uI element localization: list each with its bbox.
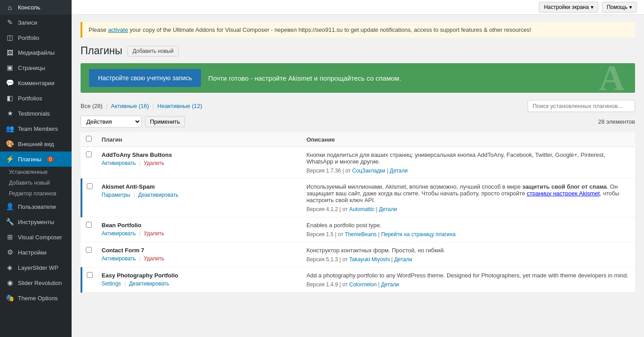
apply-button[interactable]: Применить	[145, 116, 185, 127]
select-all-checkbox[interactable]	[86, 136, 92, 142]
plugin-info-cell: Contact Form 7 Активировать | Удалить	[97, 242, 302, 268]
add-new-button[interactable]: Добавить новый	[128, 46, 178, 56]
plugins-icon: ⚡	[5, 155, 14, 163]
plugin-author-link[interactable]: Automattic	[349, 206, 375, 212]
plugin-action-delete[interactable]: Удалить	[144, 230, 164, 237]
appearance-icon: 🎨	[5, 140, 14, 148]
plugin-detail-link[interactable]: Детали	[379, 206, 397, 212]
screen-settings-button[interactable]: Настройки экрана ▾	[539, 2, 598, 13]
plugins-list: AddToAny Share Buttons Активировать | Уд…	[81, 147, 635, 293]
plugin-checkbox[interactable]	[87, 183, 93, 189]
sidebar-item-label: Slider Revolution	[18, 280, 62, 286]
akismet-promo-text: Почти готово - настройте Akismet и попро…	[208, 70, 634, 86]
table-row: Easy Photography Portfolio Settings | Де…	[81, 268, 635, 293]
sidebar-item-label: Инструменты	[18, 219, 54, 225]
bulk-actions-select[interactable]: Действия АктивироватьДеактивироватьОбнов…	[81, 116, 141, 128]
sidebar-item-pages[interactable]: ▣Страницы	[0, 60, 72, 75]
plugin-checkbox-cell	[81, 179, 97, 217]
help-button[interactable]: Помощь ▾	[602, 2, 637, 13]
plugin-checkbox[interactable]	[87, 272, 93, 278]
plugin-action-deactivate[interactable]: Деактивировать	[138, 192, 179, 198]
sidebar-item-label: Team Members	[18, 125, 58, 132]
sidebar-item-tools[interactable]: 🔧Инструменты	[0, 214, 72, 229]
sidebar-item-label: Portfolios	[18, 95, 42, 102]
plugin-info-cell: Akismet Anti-Spam Параметры | Деактивиро…	[97, 179, 302, 217]
screen-settings-label: Настройки экрана	[544, 4, 589, 10]
plugin-detail-link[interactable]: Детали	[381, 281, 399, 288]
plugin-author-link[interactable]: Takayuki Miyoshi	[349, 256, 390, 263]
sidebar-item-team[interactable]: 👥Team Members	[0, 121, 72, 136]
actions-left: Действия АктивироватьДеактивироватьОбнов…	[81, 116, 185, 128]
sidebar-item-slider-rev[interactable]: ◉Slider Revolution	[0, 275, 72, 290]
sidebar-item-label: Страницы	[18, 65, 45, 71]
plugin-actions: Активировать | Удалить	[102, 255, 298, 262]
table-row: AddToAny Share Buttons Активировать | Уд…	[81, 147, 635, 179]
akismet-setup-button[interactable]: Настройте свою учетную запись	[89, 69, 201, 87]
sidebar-item-media[interactable]: 🖼Медиафайлы	[0, 45, 72, 60]
sidebar-item-testimonials[interactable]: ★Testimonials	[0, 106, 72, 121]
page-title-row: Плагины Добавить новый	[81, 45, 635, 57]
chevron-down-icon: ▾	[591, 4, 593, 10]
sidebar-item-plugins[interactable]: ⚡Плагины0	[0, 151, 72, 167]
sidebar-item-label: Portfolio	[18, 35, 39, 41]
plugin-action-activate[interactable]: Активировать	[102, 255, 136, 262]
filter-links: Все (28) | Активные (16) | Неактивные (1…	[81, 103, 202, 109]
plugin-detail-link[interactable]: Перейти на страницу плагина	[381, 231, 455, 238]
plugin-action-settings[interactable]: Settings	[102, 281, 121, 287]
plugin-action-activate[interactable]: Активировать	[102, 160, 136, 166]
plugin-search-input[interactable]	[528, 100, 635, 112]
sidebar-item-portfolio[interactable]: ◫Portfolio	[0, 30, 72, 45]
filter-inactive-link[interactable]: Неактивные (12)	[158, 103, 202, 109]
sidebar-item-comments[interactable]: 💬Комментарии	[0, 75, 72, 91]
plugin-checkbox[interactable]	[86, 151, 92, 157]
plugin-name: Contact Form 7	[102, 247, 298, 254]
plugin-actions: Активировать | Удалить	[102, 160, 298, 166]
sidebar-item-users[interactable]: 👤Пользователи	[0, 199, 72, 214]
sidebar-item-appearance[interactable]: 🎨Внешний вид	[0, 136, 72, 151]
records-icon: ✎	[5, 18, 14, 26]
plugin-meta: Версия 1.4.9 | от Colormelon | Детали	[307, 281, 631, 288]
items-count: 28 элементов	[598, 118, 635, 125]
plugin-author-link[interactable]: СоцЗакладки	[352, 168, 385, 174]
sidebar-sub-installed[interactable]: Установленные	[0, 167, 72, 177]
notice-activate-link[interactable]: activate	[108, 26, 128, 33]
sidebar-sub-editor[interactable]: Редактор плагинов	[0, 188, 72, 199]
filter-all[interactable]: Все (28)	[81, 103, 102, 109]
plugin-detail-link[interactable]: Детали	[390, 168, 408, 174]
sidebar-item-label: Theme Options	[18, 295, 58, 302]
plugin-checkbox[interactable]	[86, 247, 92, 253]
plugin-desc-cell: Add a photography portfolio to any WordP…	[302, 268, 635, 293]
sidebar-item-records[interactable]: ✎Записи	[0, 15, 72, 30]
plugin-action-settings[interactable]: Параметры	[102, 192, 130, 198]
plugin-author-link[interactable]: Colormelon	[349, 281, 376, 288]
plugin-name: Bean Portfolio	[102, 222, 298, 229]
table-row: Bean Portfolio Активировать | Удалить En…	[81, 217, 635, 242]
sidebar-item-visual-composer[interactable]: ⊞Visual Composer	[0, 229, 72, 245]
plugin-checkbox[interactable]	[86, 222, 92, 228]
plugin-author-link[interactable]: ThemeBeans	[345, 231, 376, 238]
plugin-action-delete[interactable]: Удалить	[144, 255, 164, 262]
sidebar-item-console[interactable]: ⌂Консоль	[0, 0, 72, 15]
sidebar-item-settings[interactable]: ⚙Настройки	[0, 245, 72, 260]
slider-rev-icon: ◉	[5, 279, 14, 287]
plugin-detail-link[interactable]: Детали	[394, 256, 412, 263]
plugin-name: Akismet Anti-Spam	[102, 183, 298, 190]
table-header-plugin: Плагин	[97, 132, 302, 147]
table-header: Плагин Описание	[81, 132, 635, 147]
akismet-settings-link[interactable]: страницу настроек Akismet	[527, 190, 600, 197]
filter-row: Все (28) | Активные (16) | Неактивные (1…	[81, 100, 635, 112]
users-icon: 👤	[5, 203, 14, 211]
plugin-action-delete[interactable]: Удалить	[144, 160, 164, 166]
plugin-desc-cell: Enables a portfolio post type. Версия 1.…	[302, 217, 635, 242]
sidebar-item-theme-options[interactable]: 🎭Theme Options	[0, 290, 72, 306]
table-header-checkbox	[81, 132, 97, 147]
sidebar-item-portfolios[interactable]: ◧Portfolios	[0, 91, 72, 106]
plugin-action-deactivate[interactable]: Деактивировать	[129, 281, 169, 287]
filter-active-link[interactable]: Активные (16)	[111, 103, 149, 109]
plugin-action-activate[interactable]: Активировать	[102, 230, 136, 237]
sidebar-item-label: Медиафайлы	[18, 49, 55, 56]
sidebar-item-label: Visual Composer	[18, 234, 62, 241]
plugin-desc: Enables a portfolio post type.	[307, 222, 382, 229]
sidebar-item-layerslider[interactable]: ◈LayerSlider WP	[0, 260, 72, 275]
sidebar-sub-add-new[interactable]: Добавить новый	[0, 177, 72, 188]
